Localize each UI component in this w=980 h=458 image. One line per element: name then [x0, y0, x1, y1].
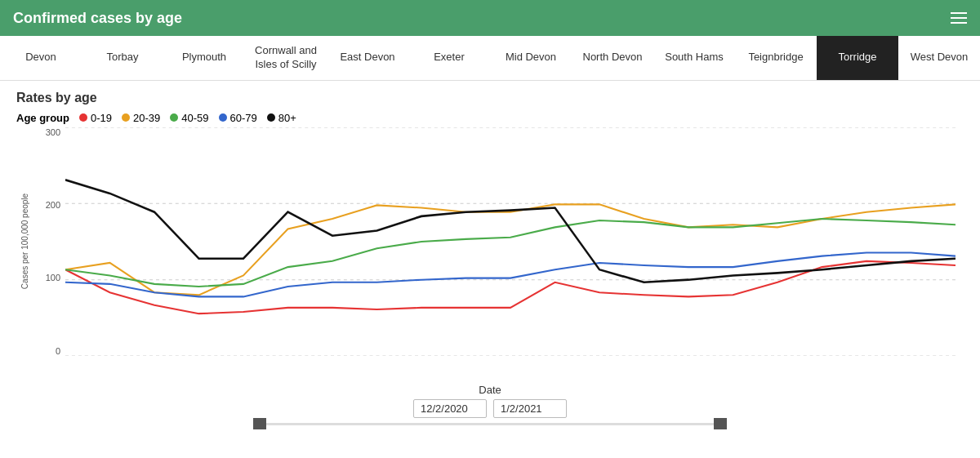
chart-container: 300 200 100 0 Cases per 100,000 people — [16, 127, 964, 380]
nav-tab-mid-devon[interactable]: Mid Devon — [490, 36, 572, 80]
slider-handle-right[interactable] — [714, 418, 727, 429]
chart-title: Rates by age — [16, 91, 964, 105]
date-inputs — [413, 399, 567, 418]
y-tick-0: 0 — [56, 346, 60, 356]
date-start-input[interactable] — [413, 399, 487, 418]
nav-tab-devon[interactable]: Devon — [0, 36, 82, 80]
slider-track — [253, 423, 727, 425]
nav-tab-west-devon[interactable]: West Devon — [898, 36, 980, 80]
y-axis-label: Cases per 100,000 people — [21, 193, 30, 289]
chart-section: Rates by age Age group 0-1920-3940-5960-… — [0, 81, 980, 434]
date-label: Date — [479, 384, 501, 396]
menu-icon[interactable] — [951, 12, 967, 24]
chart-area: Dec 06 Dec 13 Dec 20 Dec 27 — [65, 127, 956, 356]
legend-label-60-79: 60-79 — [230, 112, 257, 124]
nav-tab-plymouth[interactable]: Plymouth — [163, 36, 245, 80]
legend-label-80+: 80+ — [278, 112, 296, 124]
slider-handle-left[interactable] — [253, 418, 266, 429]
legend-dot-20-39 — [122, 113, 130, 122]
legend-label-40-59: 40-59 — [181, 112, 208, 124]
legend-dot-80+ — [267, 113, 275, 122]
y-tick-100: 100 — [46, 273, 60, 282]
legend-dot-40-59 — [170, 113, 178, 122]
chart-svg: Dec 06 Dec 13 Dec 20 Dec 27 — [65, 127, 956, 356]
nav-tab-torbay[interactable]: Torbay — [82, 36, 163, 80]
legend-item-40-59: 40-59 — [170, 112, 208, 124]
legend-label: Age group — [16, 112, 69, 124]
y-axis-label-wrapper: Cases per 100,000 people — [20, 127, 31, 356]
nav-tab-north-devon[interactable]: North Devon — [572, 36, 653, 80]
nav-tab-east-devon[interactable]: East Devon — [327, 36, 408, 80]
legend-item-20-39: 20-39 — [122, 112, 160, 124]
y-tick-300: 300 — [46, 127, 60, 137]
app-wrapper: Confirmed cases by age DevonTorbayPlymou… — [0, 0, 980, 434]
legend-item-0-19: 0-19 — [79, 112, 112, 124]
header-bar: Confirmed cases by age — [0, 0, 980, 36]
date-slider[interactable] — [253, 423, 727, 425]
nav-tab-cornwall-and-isles-of-scilly[interactable]: Cornwall and Isles of Scilly — [245, 36, 327, 80]
y-tick-200: 200 — [46, 200, 60, 210]
chart-legend: Age group 0-1920-3940-5960-7980+ — [16, 112, 964, 124]
legend-label-20-39: 20-39 — [133, 112, 160, 124]
nav-tab-torridge[interactable]: Torridge — [817, 36, 898, 80]
legend-dot-60-79 — [219, 113, 227, 122]
legend-dot-0-19 — [79, 113, 87, 122]
legend-items: 0-1920-3940-5960-7980+ — [79, 112, 296, 124]
legend-item-60-79: 60-79 — [219, 112, 257, 124]
legend-label-0-19: 0-19 — [91, 112, 112, 124]
date-end-input[interactable] — [493, 399, 567, 418]
nav-tabs: DevonTorbayPlymouthCornwall and Isles of… — [0, 36, 980, 81]
nav-tab-exeter[interactable]: Exeter — [408, 36, 490, 80]
date-section: Date — [16, 384, 964, 434]
nav-tab-south-hams[interactable]: South Hams — [653, 36, 735, 80]
page-title: Confirmed cases by age — [13, 10, 182, 27]
nav-tab-teignbridge[interactable]: Teignbridge — [735, 36, 817, 80]
legend-item-80+: 80+ — [267, 112, 296, 124]
